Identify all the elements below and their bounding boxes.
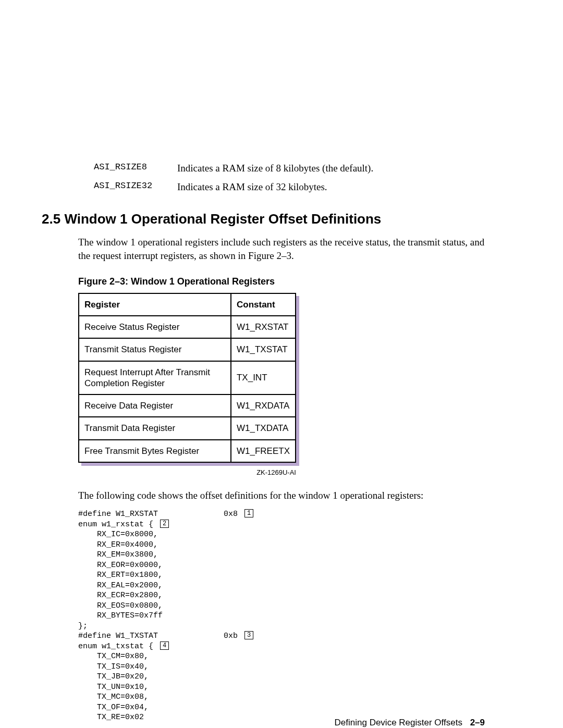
paragraph: The following code shows the offset defi… <box>78 489 485 502</box>
table-header-register: Register <box>79 293 231 316</box>
register-table: Register Constant Receive Status Registe… <box>78 293 296 463</box>
code-line: RX_ECR=0x2800, <box>78 591 163 600</box>
cell-register: Request Interrupt After Transmit Complet… <box>79 361 231 395</box>
callout-1: 1 <box>244 509 253 517</box>
code-line: RX_ERT=0x1800, <box>78 571 163 579</box>
footer-page-number: 2–9 <box>470 718 485 727</box>
code-line: TX_IS=0x40, <box>78 662 149 671</box>
cell-register: Receive Data Register <box>79 394 231 417</box>
page: ASI_RSIZE8 Indicates a RAM size of 8 kil… <box>0 0 563 728</box>
figure-caption: Figure 2–3: Window 1 Operational Registe… <box>78 275 485 288</box>
code-line: #define W1_TXSTAT 0xb <box>78 632 242 640</box>
table-row: Receive Data Register W1_RXDATA <box>79 394 296 417</box>
definition-row: ASI_RSIZE8 Indicates a RAM size of 8 kil… <box>94 162 485 175</box>
cell-constant: W1_RXSTAT <box>231 316 296 338</box>
definition-term: ASI_RSIZE8 <box>94 162 177 175</box>
code-line: enum w1_txstat { <box>78 642 158 651</box>
section-heading: 2.5 Window 1 Operational Register Offset… <box>42 210 485 228</box>
cell-register: Free Transmit Bytes Register <box>79 440 231 462</box>
code-line: RX_EOR=0x0000, <box>78 561 163 570</box>
code-line: TX_MC=0x08, <box>78 693 149 701</box>
table-row: Free Transmit Bytes Register W1_FREETX <box>79 440 296 462</box>
figure-code: ZK-1269U-AI <box>78 468 296 477</box>
code-line: enum w1_rxstat { <box>78 520 158 529</box>
definition-row: ASI_RSIZE32 Indicates a RAM size of 32 k… <box>94 180 485 194</box>
code-line: TX_OF=0x04, <box>78 703 149 712</box>
table-row: Request Interrupt After Transmit Complet… <box>79 361 296 395</box>
code-line: }; <box>78 622 88 631</box>
callout-2: 2 <box>160 520 169 528</box>
table-header-constant: Constant <box>231 293 296 316</box>
code-line: RX_ER=0x4000, <box>78 540 158 549</box>
cell-constant: W1_TXDATA <box>231 417 296 439</box>
definition-description: Indicates a RAM size of 32 kilobytes. <box>177 180 327 194</box>
code-line: TX_CM=0x80, <box>78 652 149 661</box>
table-row: Receive Status Register W1_RXSTAT <box>79 316 296 338</box>
callout-4: 4 <box>160 641 169 650</box>
cell-register: Transmit Data Register <box>79 417 231 439</box>
table-header-row: Register Constant <box>79 293 296 316</box>
cell-constant: W1_TXSTAT <box>231 338 296 361</box>
code-line: TX_RE=0x02 <box>78 713 144 722</box>
code-line: TX_UN=0x10, <box>78 683 149 692</box>
code-line: RX_EAL=0x2000, <box>78 581 163 590</box>
definition-description: Indicates a RAM size of 8 kilobytes (the… <box>177 162 373 175</box>
cell-register: Transmit Status Register <box>79 338 231 361</box>
section-title: Window 1 Operational Register Offset Def… <box>64 211 381 227</box>
cell-constant: W1_RXDATA <box>231 394 296 417</box>
code-line: #define W1_RXSTAT 0x8 <box>78 510 242 519</box>
code-line: RX_BYTES=0x7ff <box>78 611 163 620</box>
page-footer: Defining Device Register Offsets 2–9 <box>335 717 485 728</box>
table-row: Transmit Status Register W1_TXSTAT <box>79 338 296 361</box>
code-line: RX_IC=0x8000, <box>78 530 158 539</box>
definition-term: ASI_RSIZE32 <box>94 180 177 194</box>
figure-table-wrap: Register Constant Receive Status Registe… <box>78 293 296 463</box>
code-line: RX_EM=0x3800, <box>78 550 158 559</box>
section-number: 2.5 <box>42 211 60 227</box>
cell-constant: W1_FREETX <box>231 440 296 462</box>
code-block: #define W1_RXSTAT 0x8 1 enum w1_rxstat {… <box>78 509 485 723</box>
cell-constant: TX_INT <box>231 361 296 395</box>
code-line: RX_EOS=0x0800, <box>78 601 163 610</box>
cell-register: Receive Status Register <box>79 316 231 338</box>
callout-3: 3 <box>244 631 253 639</box>
table-row: Transmit Data Register W1_TXDATA <box>79 417 296 439</box>
footer-title: Defining Device Register Offsets <box>335 718 462 727</box>
code-line: TX_JB=0x20, <box>78 672 149 681</box>
paragraph: The window 1 operational registers inclu… <box>78 236 485 262</box>
